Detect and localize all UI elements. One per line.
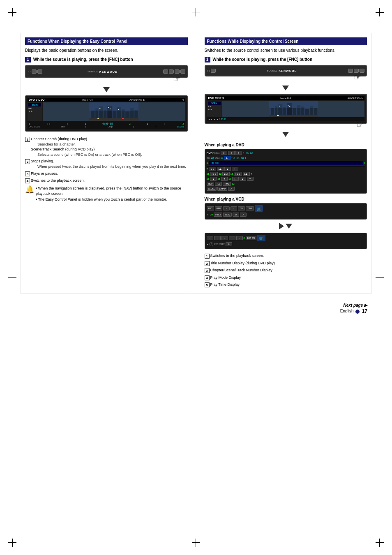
dvd-prev-chap[interactable]: I◄◄ — [210, 172, 218, 176]
hand-icon-right-2: ☞ — [356, 120, 364, 130]
vcd-time-btn[interactable]: TIME — [246, 206, 254, 210]
left-step1-label: 1 While the source is playing, press the… — [25, 57, 188, 62]
svg-rect-14 — [110, 109, 111, 109]
vcd-b-btn-5[interactable]: - — [236, 236, 243, 240]
screen-badge-4: 4 — [182, 98, 184, 101]
next-page-label: Next page ▶ — [343, 303, 371, 308]
device-btn-5[interactable] — [175, 69, 180, 74]
vcd-panel-bottom: - - - - - 2 EXT BN 📺 ◄ — [205, 233, 367, 249]
time-val: 0:00:05 — [177, 125, 184, 128]
vcd-b-btn-2[interactable]: - — [214, 236, 221, 240]
vcd-ver2[interactable]: VER2 — [223, 213, 232, 217]
ctrl-stop: ■ — [147, 123, 148, 125]
vcd-dash2[interactable]: - — [231, 206, 237, 210]
screen-av: AV-OUT:AV-IN — [129, 99, 145, 101]
dvd-btn-4[interactable]: 4 — [228, 151, 235, 155]
device-btn-6[interactable] — [180, 69, 185, 74]
item-right-text-1: Switches to the playback screen. — [210, 253, 264, 259]
right-column: Functions While Displaying the Control S… — [201, 33, 371, 294]
scrn-btn[interactable]: SCRN — [28, 103, 41, 106]
dvd-tel-btn[interactable]: TEL — [215, 182, 222, 186]
vcd-a-btn-top[interactable]: A — [240, 213, 247, 217]
vcd-a-btn-bot[interactable]: A — [226, 242, 232, 246]
item-row-4: 4 Switches to the playback screen. — [25, 178, 188, 183]
dvd-pause-btn[interactable]: I — [232, 167, 238, 171]
ctrl-play2: ► — [164, 123, 166, 125]
screen-controls-left: 1 ◄◄ ► ■ 0:00:05 2 ■ ► 3 D — [28, 121, 185, 129]
dvd-time: 0:00:00 — [243, 152, 253, 155]
device-btn-3[interactable] — [163, 69, 168, 74]
dvd-menu-up[interactable]: ▲ — [210, 177, 217, 181]
svg-rect-37 — [269, 115, 318, 117]
dvd-time-btn[interactable]: TIME — [223, 182, 231, 186]
dvd-enter-btn[interactable]: ► — [232, 177, 239, 181]
dvd-stop-btn[interactable]: ■ — [224, 167, 231, 171]
vcd-screen-thumb-2: 📺 — [257, 235, 265, 241]
device-btn-1[interactable] — [32, 69, 37, 74]
vcd-b-btn-1[interactable]: - — [207, 236, 213, 240]
dvd-ff-btn[interactable]: ▶▶ — [217, 167, 224, 171]
dvd-row-7: REP TEL TIME 12 — [207, 182, 365, 186]
scrn-btn-right[interactable]: SCRN — [208, 102, 221, 105]
svg-rect-17 — [89, 118, 138, 121]
svg-rect-35 — [289, 106, 290, 107]
vcd-pbc2[interactable]: PBC2 — [214, 213, 222, 217]
item-right-badge-1: 1 — [205, 254, 210, 259]
dvd-close-btn[interactable]: CLOSE — [207, 187, 217, 191]
arrow-vcd — [205, 221, 367, 232]
arrow-down-1 — [25, 84, 188, 95]
svg-rect-13 — [108, 107, 109, 108]
vcd-b-btn-3[interactable]: - — [221, 236, 228, 240]
item-right-text-5: Play Time Display — [210, 282, 240, 288]
dvd-menu-down[interactable]: ▼ — [221, 177, 228, 181]
vcd-title: When playing a VCD — [205, 197, 367, 201]
left-column: Functions When Displaying the Easy Contr… — [21, 33, 192, 294]
ctrl-rew: ► — [67, 123, 69, 125]
chap-label: Chap — [108, 125, 113, 128]
time-display: 0:00:05 — [102, 122, 113, 125]
dvd-title: When playing a DVD — [205, 143, 367, 147]
dvd-emap-btn[interactable]: E.MAP — [217, 187, 227, 191]
item-1-sub1: Searches for a chapter. — [31, 142, 142, 147]
device-right-btn-2[interactable] — [348, 69, 353, 73]
screen-side-ctrl2: ◄ ► — [28, 110, 41, 112]
vcd-row-2: ◄ 20 PBC2 VER2 D A — [207, 213, 365, 217]
vcd-d-btn[interactable]: D — [233, 213, 239, 217]
screen-bottom-controls: ◄◄ ► ■ 0:00:05 — [207, 117, 365, 121]
dvd-prev2[interactable]: I◄◄ — [234, 172, 242, 176]
t-label: T — [155, 125, 157, 128]
vcd-pbc-btn[interactable]: PBC — [207, 206, 214, 210]
dvd-menu-dn2[interactable]: ▼ — [247, 177, 254, 181]
vcd-extbn-btn[interactable]: EXT BN — [246, 236, 256, 240]
item-right-1: 1 Switches to the playback screen. — [205, 253, 367, 259]
dvd-next2[interactable]: ▶▶I — [243, 172, 250, 176]
dvd-next-chap[interactable]: ▶▶I — [222, 172, 229, 176]
dvd-rew-btn[interactable]: ◄◄ — [209, 167, 216, 171]
vcd-b-btn-4[interactable]: - — [229, 236, 235, 240]
arrow-down-right — [205, 82, 367, 93]
device-btn-4[interactable] — [169, 69, 174, 74]
dvd-a-btn[interactable]: A — [228, 187, 235, 191]
hand-icon-1: ☞ — [173, 74, 180, 84]
kenwood-logo-right: KENWOOD — [279, 69, 297, 72]
dvd-play-btn[interactable]: ▶ — [224, 156, 231, 160]
device-btn-2[interactable] — [37, 69, 42, 74]
screen-mode: Mode:Full — [82, 99, 92, 101]
bullet-separator — [355, 308, 360, 313]
screen-row-2: DVD VIDEO Title 1 Chap 1 T 0:00:05 — [29, 125, 184, 128]
vcd-tel-btn[interactable]: TEL — [238, 206, 245, 210]
dvd-menu-up2[interactable]: ▲ — [240, 177, 246, 181]
dvd-btn-5[interactable]: 5 — [235, 151, 242, 155]
vcd-dash1[interactable]: - — [223, 206, 230, 210]
dvd-row-4: 7 ◄◄ ▶▶ ■ I — [207, 167, 365, 171]
dvd-rep-btn[interactable]: REP — [207, 182, 214, 186]
vcd-rep-btn[interactable]: REP — [215, 206, 222, 210]
item-right-badge-2: 2 — [205, 261, 210, 266]
corner-mark-br — [371, 534, 384, 547]
title-text-field[interactable]: Title Text — [209, 161, 363, 165]
corner-mark-tr — [371, 8, 384, 21]
dvd-btn-3[interactable]: 3 — [221, 151, 227, 155]
item-right-2: 2 Title Number Display (during DVD play) — [205, 261, 367, 266]
device-right-btn-1[interactable] — [211, 69, 216, 73]
dvd-video-label: DVD VIDEO — [29, 125, 40, 128]
